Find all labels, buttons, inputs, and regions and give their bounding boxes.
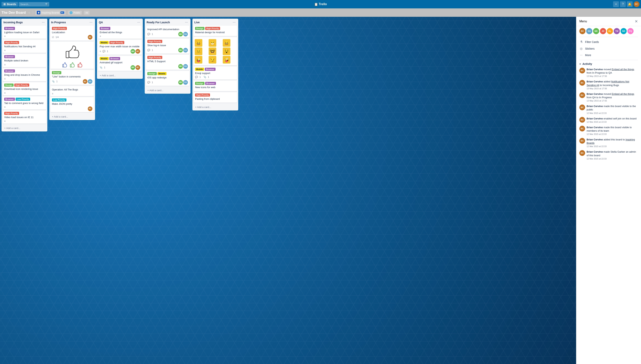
label-browser: Browser (109, 57, 120, 60)
search-input[interactable] (19, 2, 49, 6)
card-video-load[interactable]: High Priority Video load issues on IE 11… (3, 111, 46, 124)
activity-item-7: BC Brian Cervino added this board to Ins… (579, 138, 638, 148)
card-animated-gif[interactable]: Mobile Browser Animated gif support 📎 1 … (98, 56, 142, 71)
activity-time: 13 May 2015 at 17:55 (586, 100, 638, 102)
card-title: Improved API documentation (147, 28, 188, 31)
card-tab-comment[interactable]: Browser Low Priority Tab to comment goes… (3, 96, 46, 110)
activity-title: ≡ Activity (579, 62, 638, 66)
card-localization[interactable]: High Priority Localization ☑ 1/4 BC (50, 26, 94, 41)
card-api-docs[interactable]: Improved API documentation 💬 1 MK SG (146, 26, 189, 38)
card-lightbox[interactable]: Browser Lightbox loading issue on Safari… (3, 26, 46, 39)
member-avatar-1[interactable]: BC (579, 28, 585, 34)
card-footer: BC (52, 106, 92, 111)
card-footer: 💬 1 MK SG (147, 80, 188, 85)
member-avatar-5[interactable]: KL (607, 28, 613, 34)
globe-icon: 🌐 (70, 11, 73, 14)
stickers-item[interactable]: ◎ Stickers (578, 45, 639, 52)
list-menu-button[interactable]: ··· (184, 20, 189, 24)
card-title: Pop-over max width issue on mobile (100, 45, 140, 48)
card-multiple-select[interactable]: Browser Multiple select broken ≡ (3, 54, 46, 67)
nav-center: 📋 Trello (314, 2, 327, 6)
boards-label: Boards (7, 3, 16, 6)
org-badge[interactable]: 📋 Inspiring Boards BC (35, 10, 66, 15)
help-button[interactable]: ? (620, 1, 626, 7)
card-popover-width[interactable]: Mobile High Priority Pop-over max width … (98, 40, 142, 55)
card-avatar: MK (178, 64, 183, 69)
list-menu-button[interactable]: ··· (41, 20, 46, 24)
card-meta: 📎 1 (100, 66, 105, 69)
list-menu-button[interactable]: ··· (232, 20, 236, 24)
label-high: High Priority (109, 41, 124, 44)
add-card-button[interactable]: + Add a card... (98, 73, 142, 78)
card-embed-all[interactable]: Browser Embed all the things ≡ (98, 26, 142, 39)
card-slow-login[interactable]: High Priority Slow log-in issue 💬 1 MK S… (146, 39, 189, 54)
member-avatar-2[interactable]: SG (586, 28, 592, 34)
activity-link[interactable]: Embed all the things (612, 92, 634, 96)
archive-button[interactable]: 🗃 (84, 11, 90, 15)
menu-close-button[interactable]: ✕ (635, 19, 638, 24)
list-menu-button[interactable]: ··· (137, 20, 141, 24)
card-title: Drag and drop issues in Chrome (4, 73, 45, 77)
card-pasting-clipboard[interactable]: High Priority Pasting from clipboard (194, 92, 237, 103)
user-avatar[interactable]: BC (634, 1, 639, 7)
label-mobile: Mobile (100, 41, 109, 44)
list-menu-button[interactable]: ··· (89, 20, 93, 24)
star-icon[interactable]: ☆ (28, 11, 31, 14)
card-new-icons[interactable]: Design Browser New icons for web (194, 81, 237, 91)
card-notifications[interactable]: High Priority Notifications Not Sending … (3, 40, 46, 53)
card-title: Pasting from clipboard (195, 97, 236, 101)
top-navigation: ⊞ Boards 🔍 📋 Trello + ? 🔔 BC (0, 0, 641, 8)
card-html5[interactable]: High Priority HTML 5 Support MK SG (146, 55, 189, 70)
checklist-icon: ☑ (52, 36, 54, 38)
add-card-button[interactable]: + Add a card... (194, 104, 237, 110)
lines-icon: ≡ (100, 50, 101, 53)
card-avatar: BC (83, 79, 88, 84)
activity-time: 13 May 2015 at 17:56 (586, 75, 638, 77)
card-json-pretty[interactable]: Low Priority Make JSON pretty BC (50, 97, 94, 112)
card-title: Operation: All The Bugs (52, 88, 92, 92)
label-high: High Priority (4, 41, 19, 44)
member-avatar-7[interactable]: NR (620, 28, 627, 34)
label-design: Design (147, 72, 157, 75)
label-browser: Browser (4, 98, 15, 101)
activity-text: Brian Cervino added Notifications Not Se… (586, 80, 638, 87)
activity-link[interactable]: Embed all the things (612, 68, 634, 71)
card-drag-drop[interactable]: Browser Drag and drop issues in Chrome ≡ (3, 68, 46, 81)
notification-button[interactable]: 🔔 (627, 1, 632, 7)
paperclip-icon: 📎 (204, 76, 206, 78)
card-ios-redesign[interactable]: Design Mobile iOS app redesign 💬 1 MK SG (146, 71, 189, 86)
activity-icon: ≡ (579, 62, 581, 66)
board-main: Incoming Bugs ··· Browser Lightbox loadi… (0, 17, 641, 364)
add-card-button[interactable]: + Add a card... (3, 126, 46, 131)
add-card-button[interactable]: + Add a card... (50, 114, 94, 119)
member-avatar-8[interactable]: PQ (627, 28, 633, 34)
member-avatar-3[interactable]: MK (593, 28, 599, 34)
card-meta: ≡ (4, 78, 45, 80)
activity-time: 12 Mar 2015 at 22:33 (586, 133, 638, 135)
members-row: BC SG MK JD KL TM NR PQ (576, 26, 641, 36)
card-material-design[interactable]: Design High Priority Material design for… (194, 26, 237, 36)
board-title[interactable]: The Dev Board (2, 11, 26, 15)
activity-avatar: BC (579, 150, 585, 156)
card-operation-bugs[interactable]: Operation: All The Bugs ≡ (50, 86, 94, 96)
card-avatar: MK (131, 49, 135, 54)
card-thumbs-image[interactable] (50, 42, 94, 69)
member-avatar-6[interactable]: TM (614, 28, 620, 34)
label-mobile: Mobile (100, 57, 109, 60)
filter-cards-item[interactable]: ⚗ Filter Cards (578, 38, 639, 45)
visibility-button[interactable]: 🌐 Public (68, 11, 82, 15)
svg-rect-2 (70, 64, 71, 67)
card-download-icon[interactable]: Design High Priority Download icon rende… (3, 82, 46, 96)
add-card-button[interactable]: + Add a card... (146, 88, 189, 93)
label-browser: Browser (4, 27, 15, 30)
lines-icon: ≡ (4, 63, 6, 66)
card-emoji-support[interactable]: Mobile Browser Emoji support 💬 1 📎 1 (194, 66, 237, 80)
card-meta: 💬 1 (147, 49, 153, 52)
add-button[interactable]: + (613, 1, 619, 7)
lines-icon: ≡ (100, 35, 101, 38)
member-avatar-4[interactable]: JD (600, 28, 606, 34)
more-item[interactable]: ··· More (578, 52, 639, 58)
boards-button[interactable]: ⊞ Boards (2, 2, 18, 6)
card-like-button[interactable]: Design "Like" button in comments 📎 1 BC … (50, 70, 94, 85)
card-emoji-grid[interactable]: 😀 😁 😄 😐 🤓 😵 😜 😏 🤪 (194, 37, 237, 66)
